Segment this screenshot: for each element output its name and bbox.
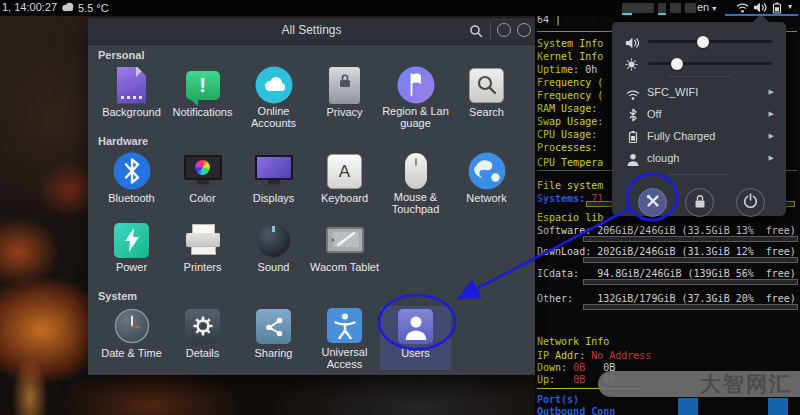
item-label: Privacy	[310, 106, 380, 118]
temperature-label: 5.5 °C	[78, 2, 109, 14]
top-bar: 1, 14:00:27 5.5 °C en ▾ ▾	[0, 0, 800, 16]
power-button[interactable]	[736, 188, 765, 217]
sharing-icon	[252, 306, 296, 346]
datetime-icon	[110, 306, 154, 346]
menu-item-fully-charged[interactable]: Fully Charged▶	[612, 126, 786, 148]
item-label: Color	[168, 192, 238, 204]
settings-item-printers[interactable]: Printers	[167, 220, 238, 284]
weather-indicator[interactable]: 5.5 °C	[60, 1, 109, 14]
clock[interactable]: 1, 14:00:27	[2, 1, 57, 13]
item-label: Notifications	[168, 106, 238, 118]
volume-status-icon[interactable]	[753, 2, 767, 13]
printers-icon	[181, 220, 225, 260]
settings-item-color[interactable]: Color	[167, 151, 238, 215]
battery-icon	[625, 130, 641, 148]
settings-item-network[interactable]: Network	[451, 151, 522, 215]
item-label: Printers	[168, 261, 238, 273]
window-list	[622, 3, 696, 13]
window-list-item[interactable]	[670, 3, 681, 13]
section-hardware: HardwareBluetoothColorDisplaysAKeyboardM…	[96, 135, 535, 284]
item-label: Keyboard	[310, 192, 380, 204]
notifications-icon: !	[181, 65, 225, 105]
menu-item-label: Off	[647, 108, 661, 120]
item-label: Background	[97, 106, 167, 118]
window-list-item[interactable]	[622, 3, 654, 13]
settings-item-notifications[interactable]: !Notifications	[167, 65, 238, 129]
settings-item-online-accounts[interactable]: Online Accounts	[238, 65, 309, 129]
settings-item-users[interactable]: Users	[380, 306, 451, 370]
displays-icon	[252, 151, 296, 191]
universal-access-icon	[323, 306, 367, 345]
keyboard-layout-indicator[interactable]: en ▾	[697, 1, 716, 13]
item-label: Region & Lan guage	[381, 105, 451, 129]
wifi-status-icon[interactable]	[736, 2, 749, 13]
privacy-icon	[323, 65, 367, 105]
settings-item-sharing[interactable]: Sharing	[238, 306, 309, 370]
terminal-line: ICdata: 94.8GiB/246GiB (139GiB 56% free)	[537, 268, 796, 279]
settings-item-keyboard[interactable]: AKeyboard	[309, 151, 380, 215]
background-icon	[110, 65, 154, 105]
power-icon	[743, 193, 758, 212]
users-icon	[394, 306, 438, 346]
menu-items: SFC_WIFI▶Off▶Fully Charged▶clough▶	[612, 82, 786, 170]
color-icon	[181, 151, 225, 191]
keyboard-icon: A	[323, 151, 367, 191]
menu-item-label: Fully Charged	[647, 130, 715, 142]
window-button-1[interactable]	[497, 23, 511, 37]
settings-item-displays[interactable]: Displays	[238, 151, 309, 215]
battery-status-icon[interactable]	[771, 2, 784, 14]
settings-item-mouse-touchpad[interactable]: Mouse & Touchpad	[380, 151, 451, 215]
window-header: All Settings	[88, 18, 535, 45]
system-menu-caret[interactable]: ▾	[788, 2, 792, 11]
speaker-icon	[625, 35, 640, 53]
watermark-square	[768, 398, 788, 415]
window-list-item[interactable]	[685, 3, 696, 13]
chevron-right-icon: ▶	[769, 132, 774, 140]
mouse-icon	[394, 151, 438, 190]
menu-buttons	[612, 188, 786, 220]
window-button-2[interactable]	[517, 23, 531, 37]
terminal-line: File system	[537, 180, 603, 191]
lock-button[interactable]	[685, 188, 714, 217]
settings-item-details[interactable]: Details	[167, 306, 238, 370]
terminal-line: Uptime: 0h	[537, 64, 597, 75]
settings-item-power[interactable]: Power	[96, 220, 167, 284]
settings-item-bluetooth[interactable]: Bluetooth	[96, 151, 167, 215]
menu-item-off[interactable]: Off▶	[612, 104, 786, 126]
terminal-line: CPU Tempera	[537, 157, 603, 168]
search-icon	[465, 65, 509, 105]
settings-button[interactable]	[638, 188, 667, 217]
settings-item-region-lan-guage[interactable]: Region & Lan guage	[380, 65, 451, 129]
settings-item-sound[interactable]: Sound	[238, 220, 309, 284]
terminal-line: System Info	[537, 38, 603, 49]
settings-item-wacom-tablet[interactable]: Wacom Tablet	[309, 220, 380, 284]
terminal-line: Frequency (	[537, 90, 603, 101]
settings-item-background[interactable]: Background	[96, 65, 167, 129]
online-accounts-icon	[252, 65, 296, 104]
all-settings-window: All Settings PersonalBackground!Notifica…	[88, 18, 535, 375]
settings-item-privacy[interactable]: Privacy	[309, 65, 380, 129]
tools-icon	[645, 193, 661, 213]
chevron-right-icon: ▶	[769, 110, 774, 118]
search-icon[interactable]	[469, 24, 483, 42]
settings-item-date-time[interactable]: Date & Time	[96, 306, 167, 370]
menu-item-sfc-wifi[interactable]: SFC_WIFI▶	[612, 82, 786, 104]
terminal-line: IP Addr: No Address	[537, 350, 651, 361]
volume-slider[interactable]	[648, 40, 772, 43]
terminal-line: RAM Usage:	[537, 103, 603, 114]
menu-item-label: SFC_WIFI	[647, 86, 698, 98]
terminal-progress-bar	[583, 304, 798, 310]
settings-item-search[interactable]: Search	[451, 65, 522, 129]
watermark-square	[678, 398, 698, 415]
settings-item-universal-access[interactable]: Universal Access	[309, 306, 380, 370]
user-icon	[625, 152, 641, 170]
window-list-item[interactable]	[658, 3, 666, 13]
header-divider	[490, 22, 491, 40]
brightness-slider[interactable]	[648, 62, 772, 65]
menu-separator	[668, 174, 730, 175]
terminal-line: Outbound Conn	[537, 406, 615, 415]
item-label: Users	[381, 347, 451, 359]
menu-item-clough[interactable]: clough▶	[612, 148, 786, 170]
volume-slider-row	[612, 34, 786, 50]
section-label: Hardware	[98, 135, 535, 146]
